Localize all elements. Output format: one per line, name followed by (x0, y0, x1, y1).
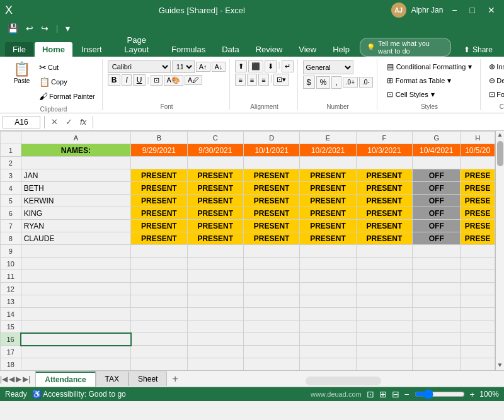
underline-button[interactable]: U (133, 74, 146, 86)
cell-F5[interactable]: PRESENT (356, 195, 412, 207)
cell-B10[interactable] (131, 258, 187, 270)
cell-D10[interactable] (243, 258, 299, 270)
cell-E9[interactable] (300, 245, 356, 258)
tab-view[interactable]: View (291, 42, 324, 57)
font-size-select[interactable]: 11 (172, 60, 195, 73)
delete-cells-button[interactable]: ⊖ Delete ▾ (486, 74, 504, 87)
cell-C7[interactable]: PRESENT (187, 220, 243, 232)
sheet-tab-last-button[interactable]: ▶| (23, 375, 30, 383)
cell-A11[interactable] (21, 270, 130, 283)
cell-F7[interactable]: PRESENT (356, 220, 412, 232)
insert-cells-button[interactable]: ⊕ Insert ▾ (486, 60, 504, 73)
cell-G4[interactable]: OFF (413, 182, 461, 195)
copy-button[interactable]: 📋 Copy (36, 75, 98, 89)
cell-E5[interactable]: PRESENT (300, 195, 356, 207)
cell-A16[interactable] (21, 333, 130, 346)
cell-H7[interactable]: PRESE (461, 220, 495, 232)
cell-G12[interactable] (413, 283, 461, 295)
cell-D1[interactable]: 10/1/2021 (243, 144, 299, 157)
cell-E17[interactable] (300, 346, 356, 358)
row-header-1[interactable]: 1 (1, 144, 21, 157)
decrease-font-button[interactable]: A↓ (212, 62, 226, 72)
merge-center-button[interactable]: ⊡▾ (273, 74, 289, 86)
cell-E16[interactable] (300, 333, 356, 346)
cell-C14[interactable] (187, 308, 243, 321)
cell-B11[interactable] (131, 270, 187, 283)
fill-color-button[interactable]: A🎨 (164, 75, 183, 86)
cell-B16[interactable] (131, 333, 187, 346)
cell-H3[interactable]: PRESE (461, 169, 495, 182)
cell-B14[interactable] (131, 308, 187, 321)
scroll-up-button[interactable]: ▲ (496, 131, 504, 140)
cell-A18[interactable] (21, 358, 130, 371)
cell-G16[interactable] (413, 333, 461, 346)
scroll-thumb[interactable] (497, 141, 503, 166)
italic-button[interactable]: I (122, 74, 131, 86)
cell-C10[interactable] (187, 258, 243, 270)
align-right-button[interactable]: ≡ (258, 74, 268, 86)
cell-D2[interactable] (243, 157, 299, 169)
cell-D16[interactable] (243, 333, 299, 346)
cell-H16[interactable] (461, 333, 495, 346)
cell-G10[interactable] (413, 258, 461, 270)
format-as-table-button[interactable]: ⊞ Format as Table ▾ (382, 74, 456, 87)
cell-H15[interactable] (461, 321, 495, 333)
cell-H14[interactable] (461, 308, 495, 321)
redo-button[interactable]: ↪ (38, 22, 51, 35)
cell-C2[interactable] (187, 157, 243, 169)
cell-A10[interactable] (21, 258, 130, 270)
cell-G5[interactable]: OFF (413, 195, 461, 207)
cell-G14[interactable] (413, 308, 461, 321)
cell-F10[interactable] (356, 258, 412, 270)
cell-F12[interactable] (356, 283, 412, 295)
cell-reference-input[interactable] (3, 116, 40, 128)
col-header-g[interactable]: G (413, 132, 461, 144)
cell-H18[interactable] (461, 358, 495, 371)
cell-B6[interactable]: PRESENT (131, 207, 187, 220)
align-top-button[interactable]: ⬆ (235, 60, 247, 72)
cell-G1[interactable]: 10/4/2021 (413, 144, 461, 157)
cell-C18[interactable] (187, 358, 243, 371)
cell-G6[interactable]: OFF (413, 207, 461, 220)
cell-A5[interactable]: KERWIN (21, 195, 130, 207)
tab-data[interactable]: Data (214, 42, 246, 57)
cell-D4[interactable]: PRESENT (243, 182, 299, 195)
decrease-decimal-button[interactable]: .0- (359, 77, 373, 88)
percent-button[interactable]: % (316, 76, 331, 89)
row-header-7[interactable]: 7 (1, 220, 21, 232)
align-middle-button[interactable]: ⬛ (248, 60, 263, 72)
cell-F4[interactable]: PRESENT (356, 182, 412, 195)
cell-A17[interactable] (21, 346, 130, 358)
cell-H1[interactable]: 10/5/20 (461, 144, 495, 157)
cell-D9[interactable] (243, 245, 299, 258)
col-header-h[interactable]: H (461, 132, 495, 144)
cell-H13[interactable] (461, 295, 495, 308)
cell-A7[interactable]: RYAN (21, 220, 130, 232)
wrap-text-button[interactable]: ↵ (282, 60, 294, 72)
row-header-4[interactable]: 4 (1, 182, 21, 195)
zoom-out-button[interactable]: − (404, 390, 410, 399)
cell-F16[interactable] (356, 333, 412, 346)
cell-F9[interactable] (356, 245, 412, 258)
row-header-15[interactable]: 15 (1, 321, 21, 333)
cell-A12[interactable] (21, 283, 130, 295)
cell-C6[interactable]: PRESENT (187, 207, 243, 220)
cell-G7[interactable]: OFF (413, 220, 461, 232)
cut-button[interactable]: ✂ Cut (36, 60, 98, 74)
cell-F17[interactable] (356, 346, 412, 358)
row-header-17[interactable]: 17 (1, 346, 21, 358)
cell-G3[interactable]: OFF (413, 169, 461, 182)
cell-B15[interactable] (131, 321, 187, 333)
cell-D15[interactable] (243, 321, 299, 333)
cell-A2[interactable] (21, 157, 130, 169)
cell-D14[interactable] (243, 308, 299, 321)
restore-button[interactable]: □ (466, 4, 479, 16)
col-header-d[interactable]: D (243, 132, 299, 144)
cell-H9[interactable] (461, 245, 495, 258)
tab-formulas[interactable]: Formulas (164, 42, 213, 57)
cell-E10[interactable] (300, 258, 356, 270)
sheet-tab-sheet[interactable]: Sheet (129, 372, 167, 386)
tab-page-layout[interactable]: Page Layout (111, 33, 163, 57)
cell-D5[interactable]: PRESENT (243, 195, 299, 207)
sheet-tab-next-button[interactable]: ▶ (16, 375, 21, 383)
